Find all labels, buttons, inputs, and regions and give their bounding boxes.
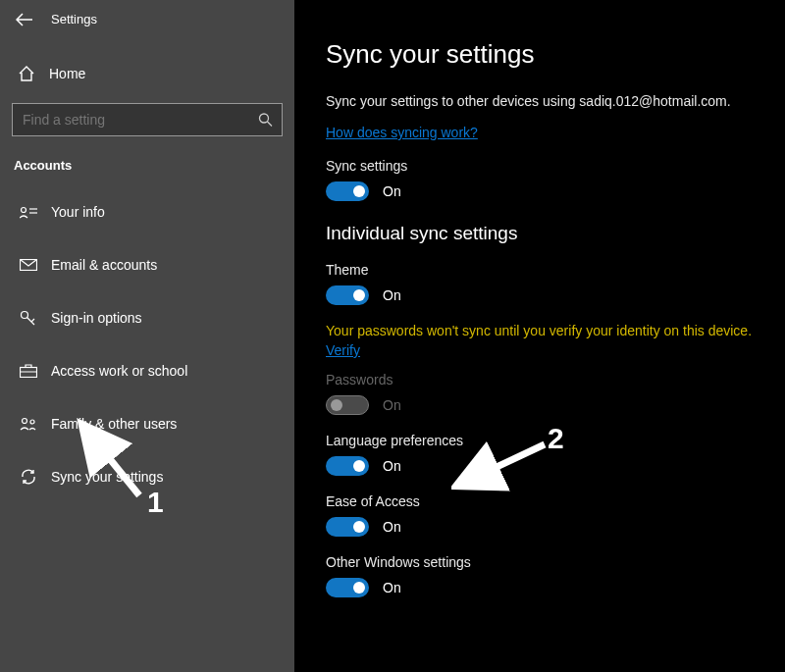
toggle-state: On [383, 580, 401, 595]
passwords-label: Passwords [326, 372, 756, 388]
how-syncing-works-link[interactable]: How does syncing work? [326, 125, 756, 140]
person-card-icon [20, 205, 37, 219]
sidebar-item-sync[interactable]: Sync your settings [0, 455, 294, 498]
toggle-state: On [383, 397, 401, 413]
search-input[interactable] [12, 103, 283, 136]
svg-point-8 [23, 419, 27, 424]
language-label: Language preferences [326, 433, 756, 448]
svg-point-2 [22, 208, 26, 213]
sidebar-item-label: Email & accounts [51, 257, 157, 273]
sidebar-item-label: Access work or school [51, 363, 187, 379]
svg-point-6 [22, 312, 28, 319]
toggle-state: On [383, 519, 401, 535]
sidebar-item-label: Sync your settings [51, 469, 163, 485]
language-toggle[interactable] [326, 456, 369, 476]
page-title: Sync your settings [326, 39, 756, 70]
sync-settings-toggle[interactable] [326, 181, 369, 201]
header-bar: Settings [0, 0, 294, 34]
settings-title: Settings [51, 12, 97, 26]
individual-sync-title: Individual sync settings [326, 223, 756, 244]
home-label: Home [49, 66, 85, 81]
sidebar-item-family[interactable]: Family & other users [0, 402, 294, 445]
ease-toggle[interactable] [326, 517, 369, 537]
svg-point-0 [260, 114, 269, 123]
toggle-state: On [383, 183, 401, 199]
password-warning: Your passwords won't sync until you veri… [326, 323, 756, 338]
sidebar-item-your-info[interactable]: Your info [0, 190, 294, 233]
sidebar-item-label: Family & other users [51, 416, 177, 432]
ease-label: Ease of Access [326, 493, 756, 509]
verify-link[interactable]: Verify [326, 342, 756, 358]
main: Sync your settings Sync your settings to… [294, 0, 785, 672]
search-icon[interactable] [258, 113, 273, 128]
theme-toggle[interactable] [326, 285, 369, 305]
back-icon[interactable] [16, 13, 35, 26]
home-icon [18, 66, 35, 81]
sidebar-item-label: Your info [51, 204, 105, 220]
theme-label: Theme [326, 262, 756, 278]
mail-icon [20, 259, 37, 271]
sidebar-item-work[interactable]: Access work or school [0, 349, 294, 392]
passwords-toggle [326, 395, 369, 415]
search-wrap [12, 103, 283, 136]
family-icon [20, 417, 37, 431]
sync-icon [20, 469, 37, 485]
svg-point-9 [30, 420, 34, 424]
other-toggle[interactable] [326, 578, 369, 597]
sync-description: Sync your settings to other devices usin… [326, 93, 756, 109]
sidebar-item-label: Sign-in options [51, 310, 142, 326]
briefcase-icon [20, 364, 37, 378]
key-icon [20, 310, 37, 326]
sidebar: Settings Home Accounts Your info Email &… [0, 0, 294, 672]
sync-settings-label: Sync settings [326, 158, 756, 174]
sidebar-item-signin[interactable]: Sign-in options [0, 296, 294, 339]
toggle-state: On [383, 287, 401, 303]
section-label: Accounts [0, 136, 294, 181]
svg-line-1 [268, 122, 273, 127]
toggle-state: On [383, 458, 401, 474]
sidebar-item-email[interactable]: Email & accounts [0, 243, 294, 286]
home-row[interactable]: Home [0, 52, 294, 95]
other-label: Other Windows settings [326, 554, 756, 570]
